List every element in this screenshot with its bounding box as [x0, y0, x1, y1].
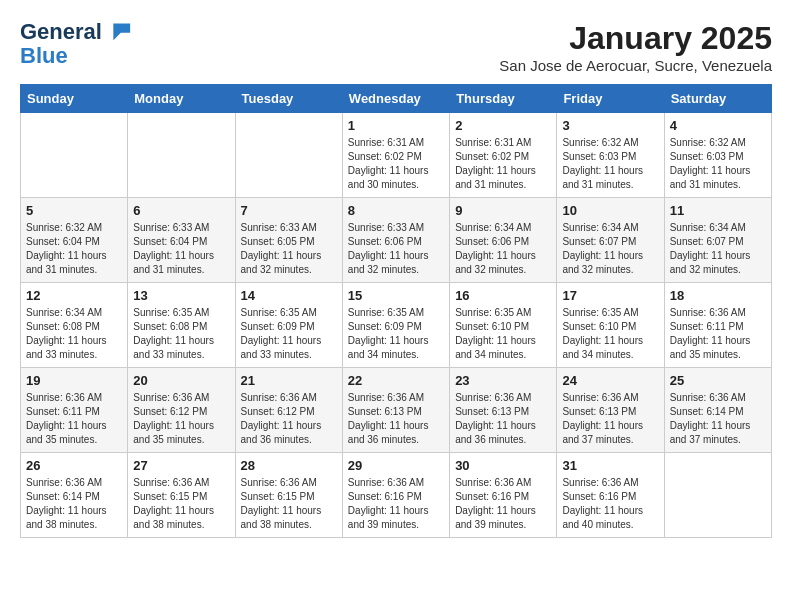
day-number: 26	[26, 458, 122, 473]
calendar: SundayMondayTuesdayWednesdayThursdayFrid…	[20, 84, 772, 538]
day-cell: 6Sunrise: 6:33 AM Sunset: 6:04 PM Daylig…	[128, 198, 235, 283]
day-info: Sunrise: 6:31 AM Sunset: 6:02 PM Dayligh…	[455, 136, 551, 192]
day-cell: 15Sunrise: 6:35 AM Sunset: 6:09 PM Dayli…	[342, 283, 449, 368]
week-row-2: 5Sunrise: 6:32 AM Sunset: 6:04 PM Daylig…	[21, 198, 772, 283]
day-cell	[21, 113, 128, 198]
day-info: Sunrise: 6:35 AM Sunset: 6:09 PM Dayligh…	[348, 306, 444, 362]
day-number: 14	[241, 288, 337, 303]
day-info: Sunrise: 6:36 AM Sunset: 6:16 PM Dayligh…	[455, 476, 551, 532]
day-info: Sunrise: 6:36 AM Sunset: 6:15 PM Dayligh…	[241, 476, 337, 532]
day-number: 7	[241, 203, 337, 218]
day-info: Sunrise: 6:36 AM Sunset: 6:15 PM Dayligh…	[133, 476, 229, 532]
day-number: 27	[133, 458, 229, 473]
month-title: January 2025	[499, 20, 772, 57]
day-info: Sunrise: 6:35 AM Sunset: 6:09 PM Dayligh…	[241, 306, 337, 362]
day-number: 24	[562, 373, 658, 388]
day-info: Sunrise: 6:31 AM Sunset: 6:02 PM Dayligh…	[348, 136, 444, 192]
day-number: 15	[348, 288, 444, 303]
logo-blue: Blue	[20, 44, 132, 68]
day-number: 6	[133, 203, 229, 218]
day-number: 1	[348, 118, 444, 133]
day-number: 9	[455, 203, 551, 218]
day-cell: 4Sunrise: 6:32 AM Sunset: 6:03 PM Daylig…	[664, 113, 771, 198]
day-cell: 27Sunrise: 6:36 AM Sunset: 6:15 PM Dayli…	[128, 453, 235, 538]
day-number: 20	[133, 373, 229, 388]
day-cell: 9Sunrise: 6:34 AM Sunset: 6:06 PM Daylig…	[450, 198, 557, 283]
weekday-header-friday: Friday	[557, 85, 664, 113]
day-cell: 20Sunrise: 6:36 AM Sunset: 6:12 PM Dayli…	[128, 368, 235, 453]
day-cell: 21Sunrise: 6:36 AM Sunset: 6:12 PM Dayli…	[235, 368, 342, 453]
day-info: Sunrise: 6:36 AM Sunset: 6:13 PM Dayligh…	[455, 391, 551, 447]
day-cell: 23Sunrise: 6:36 AM Sunset: 6:13 PM Dayli…	[450, 368, 557, 453]
day-cell: 18Sunrise: 6:36 AM Sunset: 6:11 PM Dayli…	[664, 283, 771, 368]
weekday-header-tuesday: Tuesday	[235, 85, 342, 113]
day-cell: 29Sunrise: 6:36 AM Sunset: 6:16 PM Dayli…	[342, 453, 449, 538]
week-row-5: 26Sunrise: 6:36 AM Sunset: 6:14 PM Dayli…	[21, 453, 772, 538]
day-cell: 16Sunrise: 6:35 AM Sunset: 6:10 PM Dayli…	[450, 283, 557, 368]
svg-marker-0	[113, 24, 130, 41]
day-number: 25	[670, 373, 766, 388]
day-number: 12	[26, 288, 122, 303]
day-cell: 31Sunrise: 6:36 AM Sunset: 6:16 PM Dayli…	[557, 453, 664, 538]
day-cell: 24Sunrise: 6:36 AM Sunset: 6:13 PM Dayli…	[557, 368, 664, 453]
day-cell: 22Sunrise: 6:36 AM Sunset: 6:13 PM Dayli…	[342, 368, 449, 453]
day-info: Sunrise: 6:32 AM Sunset: 6:03 PM Dayligh…	[670, 136, 766, 192]
day-number: 29	[348, 458, 444, 473]
day-cell: 3Sunrise: 6:32 AM Sunset: 6:03 PM Daylig…	[557, 113, 664, 198]
day-number: 21	[241, 373, 337, 388]
day-cell: 1Sunrise: 6:31 AM Sunset: 6:02 PM Daylig…	[342, 113, 449, 198]
day-info: Sunrise: 6:36 AM Sunset: 6:12 PM Dayligh…	[241, 391, 337, 447]
week-row-1: 1Sunrise: 6:31 AM Sunset: 6:02 PM Daylig…	[21, 113, 772, 198]
logo: General Blue	[20, 20, 132, 68]
day-info: Sunrise: 6:32 AM Sunset: 6:04 PM Dayligh…	[26, 221, 122, 277]
day-info: Sunrise: 6:32 AM Sunset: 6:03 PM Dayligh…	[562, 136, 658, 192]
day-cell: 5Sunrise: 6:32 AM Sunset: 6:04 PM Daylig…	[21, 198, 128, 283]
day-number: 23	[455, 373, 551, 388]
day-number: 17	[562, 288, 658, 303]
day-cell: 28Sunrise: 6:36 AM Sunset: 6:15 PM Dayli…	[235, 453, 342, 538]
day-cell	[128, 113, 235, 198]
day-info: Sunrise: 6:36 AM Sunset: 6:11 PM Dayligh…	[26, 391, 122, 447]
title-area: January 2025 San Jose de Aerocuar, Sucre…	[499, 20, 772, 74]
day-cell: 8Sunrise: 6:33 AM Sunset: 6:06 PM Daylig…	[342, 198, 449, 283]
day-cell: 13Sunrise: 6:35 AM Sunset: 6:08 PM Dayli…	[128, 283, 235, 368]
calendar-body: 1Sunrise: 6:31 AM Sunset: 6:02 PM Daylig…	[21, 113, 772, 538]
day-number: 19	[26, 373, 122, 388]
day-info: Sunrise: 6:36 AM Sunset: 6:14 PM Dayligh…	[670, 391, 766, 447]
day-number: 30	[455, 458, 551, 473]
day-number: 8	[348, 203, 444, 218]
logo-general: General	[20, 20, 102, 44]
logo-icon	[104, 16, 132, 44]
day-number: 10	[562, 203, 658, 218]
day-cell: 25Sunrise: 6:36 AM Sunset: 6:14 PM Dayli…	[664, 368, 771, 453]
day-cell: 7Sunrise: 6:33 AM Sunset: 6:05 PM Daylig…	[235, 198, 342, 283]
weekday-header-monday: Monday	[128, 85, 235, 113]
day-info: Sunrise: 6:36 AM Sunset: 6:16 PM Dayligh…	[562, 476, 658, 532]
week-row-4: 19Sunrise: 6:36 AM Sunset: 6:11 PM Dayli…	[21, 368, 772, 453]
weekday-header-wednesday: Wednesday	[342, 85, 449, 113]
day-info: Sunrise: 6:36 AM Sunset: 6:12 PM Dayligh…	[133, 391, 229, 447]
day-info: Sunrise: 6:36 AM Sunset: 6:14 PM Dayligh…	[26, 476, 122, 532]
day-cell: 14Sunrise: 6:35 AM Sunset: 6:09 PM Dayli…	[235, 283, 342, 368]
header: General Blue January 2025 San Jose de Ae…	[20, 20, 772, 74]
day-info: Sunrise: 6:33 AM Sunset: 6:05 PM Dayligh…	[241, 221, 337, 277]
day-info: Sunrise: 6:36 AM Sunset: 6:16 PM Dayligh…	[348, 476, 444, 532]
day-cell: 2Sunrise: 6:31 AM Sunset: 6:02 PM Daylig…	[450, 113, 557, 198]
day-cell: 17Sunrise: 6:35 AM Sunset: 6:10 PM Dayli…	[557, 283, 664, 368]
day-number: 2	[455, 118, 551, 133]
day-cell: 19Sunrise: 6:36 AM Sunset: 6:11 PM Dayli…	[21, 368, 128, 453]
day-number: 22	[348, 373, 444, 388]
day-cell: 10Sunrise: 6:34 AM Sunset: 6:07 PM Dayli…	[557, 198, 664, 283]
day-info: Sunrise: 6:36 AM Sunset: 6:13 PM Dayligh…	[562, 391, 658, 447]
day-cell: 26Sunrise: 6:36 AM Sunset: 6:14 PM Dayli…	[21, 453, 128, 538]
day-number: 11	[670, 203, 766, 218]
week-row-3: 12Sunrise: 6:34 AM Sunset: 6:08 PM Dayli…	[21, 283, 772, 368]
day-info: Sunrise: 6:36 AM Sunset: 6:13 PM Dayligh…	[348, 391, 444, 447]
subtitle: San Jose de Aerocuar, Sucre, Venezuela	[499, 57, 772, 74]
day-number: 3	[562, 118, 658, 133]
day-info: Sunrise: 6:35 AM Sunset: 6:10 PM Dayligh…	[455, 306, 551, 362]
day-number: 16	[455, 288, 551, 303]
day-info: Sunrise: 6:35 AM Sunset: 6:08 PM Dayligh…	[133, 306, 229, 362]
day-number: 13	[133, 288, 229, 303]
day-cell: 12Sunrise: 6:34 AM Sunset: 6:08 PM Dayli…	[21, 283, 128, 368]
